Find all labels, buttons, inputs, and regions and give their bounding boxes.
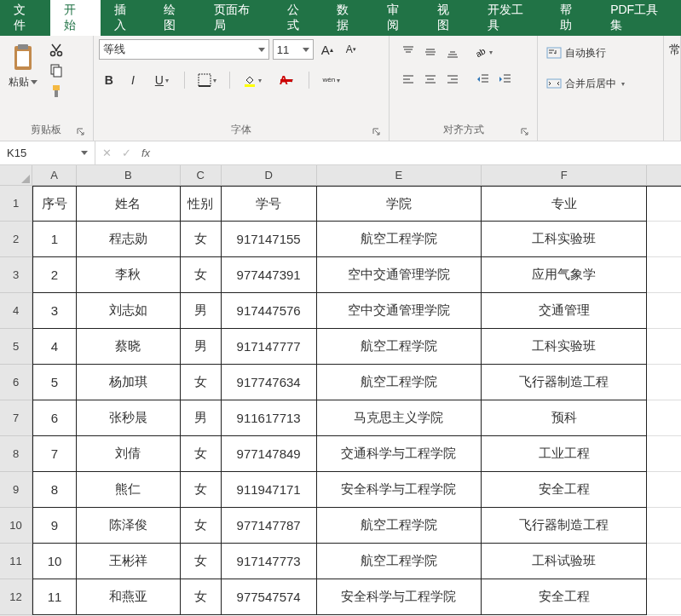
- cell[interactable]: 2: [32, 257, 77, 293]
- col-header[interactable]: D: [222, 165, 317, 185]
- format-painter-button[interactable]: [46, 83, 66, 99]
- align-left-button[interactable]: [398, 70, 418, 89]
- cell[interactable]: 陈泽俊: [77, 508, 181, 544]
- cell[interactable]: 熊仁: [77, 472, 181, 508]
- launcher-icon[interactable]: [372, 127, 382, 137]
- phonetic-button[interactable]: wén▾: [316, 70, 347, 90]
- cell[interactable]: 交通管理: [482, 293, 647, 329]
- fx-icon[interactable]: fx: [141, 147, 150, 159]
- font-size-select[interactable]: 11: [273, 39, 314, 60]
- col-header[interactable]: F: [482, 165, 647, 185]
- launcher-icon[interactable]: [76, 127, 86, 137]
- col-header[interactable]: B: [77, 165, 181, 185]
- cell[interactable]: [647, 257, 681, 293]
- cell[interactable]: 女: [181, 544, 222, 579]
- row-header[interactable]: 4: [0, 293, 32, 329]
- row-header[interactable]: 3: [0, 257, 32, 293]
- col-header[interactable]: C: [181, 165, 222, 185]
- cell[interactable]: 安全科学与工程学院: [317, 472, 482, 508]
- cancel-icon[interactable]: ✕: [102, 147, 112, 159]
- cell[interactable]: 姓名: [77, 186, 181, 222]
- row-header[interactable]: 9: [0, 472, 32, 508]
- cell[interactable]: 1: [32, 222, 77, 257]
- cell[interactable]: 安全工程: [482, 579, 647, 615]
- ribbon-tab[interactable]: 视图: [424, 0, 474, 36]
- fill-color-button[interactable]: ▾: [237, 70, 268, 90]
- cell[interactable]: 和燕亚: [77, 579, 181, 615]
- cell[interactable]: 917147155: [222, 222, 317, 257]
- cell[interactable]: [647, 365, 681, 400]
- cell[interactable]: 航空工程学院: [317, 365, 482, 400]
- decrease-indent-button[interactable]: [473, 70, 493, 89]
- row-header[interactable]: 11: [0, 544, 32, 579]
- cell[interactable]: 女: [181, 436, 222, 472]
- row-header[interactable]: 5: [0, 329, 32, 365]
- align-top-button[interactable]: [398, 43, 418, 61]
- cell[interactable]: 空中交通管理学院: [317, 257, 482, 293]
- cell[interactable]: [647, 544, 681, 579]
- ribbon-tab[interactable]: 页面布局: [200, 0, 274, 36]
- cell[interactable]: 序号: [32, 186, 77, 222]
- row-header[interactable]: 12: [0, 579, 32, 615]
- cell[interactable]: 男: [181, 293, 222, 329]
- ribbon-tab[interactable]: 公式: [274, 0, 324, 36]
- cell[interactable]: 飞行器制造工程: [482, 508, 647, 544]
- cell[interactable]: 张秒晨: [77, 400, 181, 436]
- align-right-button[interactable]: [442, 70, 463, 89]
- cell[interactable]: 911617713: [222, 400, 317, 436]
- ribbon-tab[interactable]: 插入: [101, 0, 151, 36]
- ribbon-tab[interactable]: 开始: [50, 0, 101, 36]
- row-header[interactable]: 10: [0, 508, 32, 544]
- cell[interactable]: 9: [32, 508, 77, 544]
- row-header[interactable]: 8: [0, 436, 32, 472]
- cell[interactable]: [647, 508, 681, 544]
- cell[interactable]: 学院: [317, 186, 482, 222]
- ribbon-tab[interactable]: 开发工具: [474, 0, 547, 36]
- cell[interactable]: 11: [32, 579, 77, 615]
- cell[interactable]: [647, 222, 681, 257]
- align-center-button[interactable]: [420, 70, 441, 89]
- cell[interactable]: 工科试验班: [482, 544, 647, 579]
- cell[interactable]: 安全工程: [482, 472, 647, 508]
- cell[interactable]: 交通科学与工程学院: [317, 436, 482, 472]
- cell[interactable]: 飞行器制造工程: [482, 365, 647, 400]
- cell[interactable]: 977147787: [222, 508, 317, 544]
- cell[interactable]: 女: [181, 257, 222, 293]
- ribbon-tab[interactable]: 审阅: [373, 0, 424, 36]
- cell[interactable]: 7: [32, 436, 77, 472]
- cell[interactable]: 专业: [482, 186, 647, 222]
- font-name-select[interactable]: 等线: [99, 39, 269, 60]
- row-header[interactable]: 6: [0, 365, 32, 400]
- cell[interactable]: 女: [181, 579, 222, 615]
- align-middle-button[interactable]: [420, 43, 441, 61]
- ribbon-tab[interactable]: 绘图: [150, 0, 200, 36]
- formula-input[interactable]: [157, 141, 681, 164]
- row-header[interactable]: 7: [0, 400, 32, 436]
- cell[interactable]: 工科实验班: [482, 329, 647, 365]
- cell[interactable]: 航空工程学院: [317, 544, 482, 579]
- row-header[interactable]: 1: [0, 186, 32, 222]
- cell[interactable]: 10: [32, 544, 77, 579]
- cell[interactable]: 应用气象学: [482, 257, 647, 293]
- cell[interactable]: 空中交通管理学院: [317, 293, 482, 329]
- confirm-icon[interactable]: ✓: [122, 147, 131, 159]
- cell[interactable]: 工业工程: [482, 436, 647, 472]
- cell[interactable]: 李秋: [77, 257, 181, 293]
- underline-button[interactable]: U▾: [147, 70, 177, 90]
- cell[interactable]: 917447576: [222, 293, 317, 329]
- cell[interactable]: [647, 579, 681, 615]
- bold-button[interactable]: B: [99, 70, 119, 90]
- cell[interactable]: 航空工程学院: [317, 329, 482, 365]
- italic-button[interactable]: I: [123, 70, 143, 90]
- cell[interactable]: 8: [32, 472, 77, 508]
- cell[interactable]: 977447391: [222, 257, 317, 293]
- wrap-text-button[interactable]: 自动换行: [543, 39, 609, 66]
- cell[interactable]: 刘倩: [77, 436, 181, 472]
- cell[interactable]: [647, 293, 681, 329]
- copy-button[interactable]: [46, 63, 66, 78]
- cell[interactable]: 977547574: [222, 579, 317, 615]
- cell[interactable]: 蔡晓: [77, 329, 181, 365]
- ribbon-tab[interactable]: 数据: [323, 0, 373, 36]
- cell[interactable]: 预科: [482, 400, 647, 436]
- cell[interactable]: 917147773: [222, 544, 317, 579]
